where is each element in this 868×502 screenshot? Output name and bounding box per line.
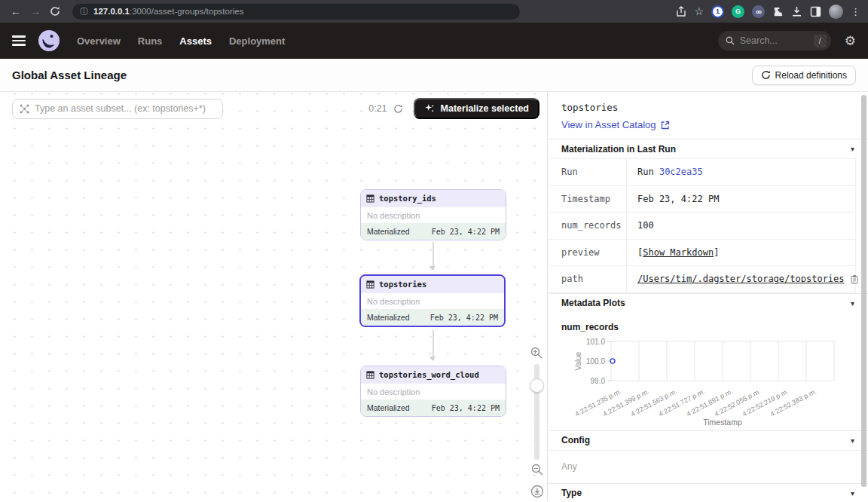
zoom-out-icon[interactable] <box>531 464 543 476</box>
panel-asset-name: topstories <box>561 102 854 113</box>
table-icon <box>366 280 374 289</box>
table-row: Run Run 30c2ea35 <box>548 159 855 186</box>
asset-name: topstory_ids <box>379 194 436 203</box>
recenter-icon[interactable] <box>530 485 544 498</box>
materialize-selected-button[interactable]: Materialize selected <box>414 98 539 119</box>
share-icon[interactable] <box>676 6 686 17</box>
path-link[interactable]: /Users/tim/.dagster/storage/topstories <box>637 274 845 284</box>
download-icon[interactable] <box>791 6 802 17</box>
side-panel-icon[interactable] <box>810 6 821 17</box>
copy-icon[interactable] <box>850 274 859 284</box>
svg-text:101.0: 101.0 <box>586 337 605 345</box>
search-shortcut-key: / <box>814 35 827 47</box>
bookmark-star-icon[interactable]: ☆ <box>694 5 704 17</box>
config-value: Any <box>548 450 868 483</box>
url-text: 127.0.0.1:3000/asset-groups/topstories <box>93 7 243 16</box>
reload-definitions-button[interactable]: Reload definitions <box>752 66 856 85</box>
asset-description: No description <box>361 383 506 399</box>
address-bar[interactable]: ⓘ 127.0.0.1:3000/asset-groups/topstories <box>72 4 520 20</box>
table-icon <box>366 371 374 379</box>
asset-status: Materialized <box>367 313 410 322</box>
back-icon[interactable]: ← <box>8 0 24 23</box>
plot-title: num_records <box>548 313 868 334</box>
search-icon <box>726 36 735 45</box>
run-id-link[interactable]: 30c2ea35 <box>659 167 703 177</box>
show-markdown-link[interactable]: Show Markdown <box>643 247 714 258</box>
nav-overview[interactable]: Overview <box>77 35 121 47</box>
table-row: path /Users/tim/.dagster/storage/topstor… <box>548 266 855 293</box>
chevron-down-icon[interactable]: ▾ <box>851 489 854 497</box>
chevron-down-icon[interactable]: ▾ <box>851 145 854 153</box>
site-info-icon[interactable]: ⓘ <box>80 6 88 17</box>
asset-filter-icon <box>20 104 29 114</box>
global-search-input[interactable]: Search... / <box>718 31 831 51</box>
asset-status: Materialized <box>367 227 410 236</box>
lineage-edge <box>432 242 434 270</box>
hamburger-menu-icon[interactable] <box>12 35 26 45</box>
forward-icon[interactable]: → <box>27 0 44 23</box>
sparkle-icon <box>424 103 435 114</box>
chevron-down-icon[interactable]: ▾ <box>851 436 854 445</box>
asset-materialized-time: Feb 23, 4:22 PM <box>432 228 500 236</box>
asset-subset-input[interactable]: Type an asset subset... (ex: topstories+… <box>12 99 223 119</box>
graph-refresh-icon[interactable] <box>393 104 403 114</box>
page-title: Global Asset Lineage <box>12 69 127 81</box>
asset-detail-panel: topstories View in Asset Catalog Materia… <box>547 92 868 501</box>
asset-description: No description <box>361 292 504 309</box>
nav-assets[interactable]: Assets <box>179 35 212 47</box>
num-records-chart: 101.0100.099.0Value4:22:51.235 p.m.4:22:… <box>548 334 868 430</box>
svg-text:Timestamp: Timestamp <box>703 418 742 427</box>
asset-materialized-time: Feb 23, 4:22 PM <box>430 314 498 322</box>
asset-name: topstories_word_cloud <box>379 370 479 379</box>
search-placeholder: Search... <box>740 35 808 46</box>
zoom-in-icon[interactable] <box>530 347 542 359</box>
nav-links: Overview Runs Assets Deployment <box>77 35 285 47</box>
lineage-edge <box>432 330 434 360</box>
asset-name: topstories <box>379 280 426 289</box>
table-row: num_records 100 <box>548 213 855 240</box>
svg-text:4:22:51.235 p.m.: 4:22:51.235 p.m. <box>574 387 622 418</box>
section-type[interactable]: Type ▾ <box>548 483 868 502</box>
asset-node-topstories-word-cloud[interactable]: topstories_word_cloud No description Mat… <box>360 366 506 417</box>
page-header: Global Asset Lineage Reload definitions <box>0 59 868 92</box>
owl-extension-icon[interactable]: oo <box>752 5 765 18</box>
profile-avatar[interactable] <box>829 5 843 19</box>
asset-node-topstory-ids[interactable]: topstory_ids No description Materialized… <box>360 189 506 240</box>
asset-graph-canvas[interactable]: Type an asset subset... (ex: topstories+… <box>0 92 547 501</box>
asset-subset-placeholder: Type an asset subset... (ex: topstories+… <box>35 103 206 114</box>
password-extension-icon[interactable]: 1 <box>711 5 724 18</box>
zoom-slider-handle[interactable] <box>530 378 544 393</box>
nav-deployment[interactable]: Deployment <box>229 35 285 47</box>
panel-scrollbar[interactable] <box>861 95 866 487</box>
materialization-table: Run Run 30c2ea35 Timestamp Feb 23, 4:22 … <box>548 158 856 293</box>
refresh-timer: 0:21 <box>368 103 387 114</box>
browser-menu-icon[interactable]: ⋮ <box>851 6 860 17</box>
dagster-logo[interactable] <box>38 29 60 52</box>
svg-text:100.0: 100.0 <box>586 357 605 365</box>
external-link-icon <box>661 121 670 130</box>
asset-description: No description <box>361 207 506 223</box>
view-in-asset-catalog-link[interactable]: View in Asset Catalog <box>561 119 670 130</box>
reload-definitions-icon <box>761 70 771 80</box>
svg-text:Value: Value <box>574 351 582 370</box>
settings-gear-icon[interactable]: ⚙ <box>845 33 856 49</box>
nav-runs[interactable]: Runs <box>138 35 163 47</box>
section-materialization[interactable]: Materialization in Last Run ▾ <box>548 139 868 158</box>
table-row: Timestamp Feb 23, 4:22 PM <box>548 186 855 213</box>
section-metadata-plots[interactable]: Metadata Plots ▾ <box>548 293 868 313</box>
asset-materialized-time: Feb 23, 4:22 PM <box>432 404 500 412</box>
browser-actions: ☆ 1 G oo ⋮ <box>676 5 860 19</box>
section-config[interactable]: Config ▾ <box>548 430 868 450</box>
puzzle-extension-icon[interactable] <box>772 6 784 17</box>
asset-node-topstories[interactable]: topstories No description Materialized F… <box>359 274 506 327</box>
browser-toolbar: ← → ⓘ 127.0.0.1:3000/asset-groups/topsto… <box>0 0 868 23</box>
chevron-down-icon[interactable]: ▾ <box>851 299 854 308</box>
reload-icon[interactable] <box>47 0 63 23</box>
svg-text:99.0: 99.0 <box>591 376 606 384</box>
asset-status: Materialized <box>367 403 410 412</box>
app-navbar: Overview Runs Assets Deployment Search..… <box>0 23 868 59</box>
table-row: preview [Show Markdown] <box>548 240 855 267</box>
table-icon <box>366 194 374 203</box>
grammarly-extension-icon[interactable]: G <box>732 5 744 18</box>
